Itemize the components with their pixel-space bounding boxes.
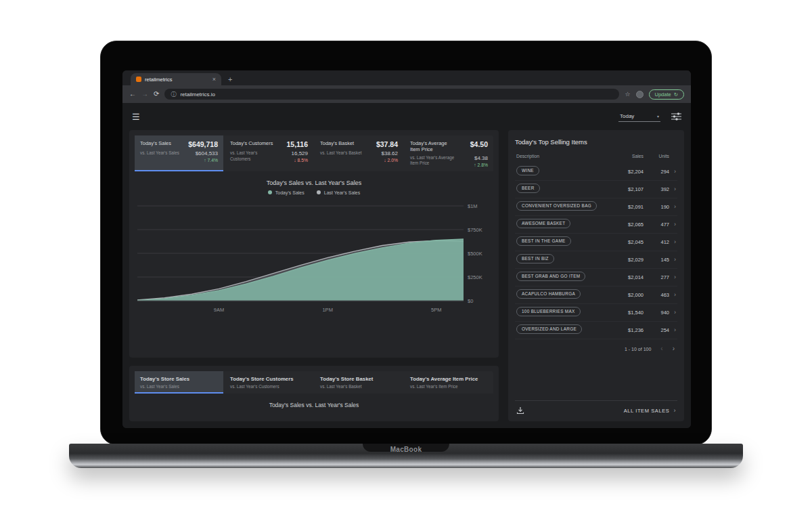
svg-text:$0: $0	[468, 297, 473, 303]
download-icon[interactable]	[516, 406, 524, 415]
items-pagination: 1 - 10 of 100 ‹ ›	[515, 339, 677, 356]
item-name-badge: AWESOME BASKET	[516, 219, 570, 228]
left-column: Today's Sales $649,718 vs. Last Year's S…	[129, 130, 499, 421]
browser-update-button[interactable]: Update ↻	[649, 89, 684, 100]
item-sales: $2,000	[612, 292, 644, 298]
items-table-header: Description Sales Units	[515, 154, 677, 163]
table-row[interactable]: AWESOME BASKET $2,065 477 ›	[515, 216, 677, 234]
svg-text:$1M: $1M	[468, 203, 478, 209]
item-units: 294	[644, 169, 669, 175]
kpi-subtitle: vs. Last Year's Customers	[230, 150, 275, 163]
chevron-right-icon: ›	[669, 257, 676, 263]
kpi-delta: ↓ 2.0%	[382, 158, 398, 163]
filter-sliders-icon[interactable]	[671, 112, 681, 121]
back-icon[interactable]: ←	[129, 91, 136, 98]
kpi-compare-value: $38.62	[382, 150, 398, 156]
page-prev-icon[interactable]: ‹	[660, 345, 662, 352]
item-units: 477	[644, 221, 669, 228]
forward-icon[interactable]: →	[141, 91, 148, 98]
kpi-subtitle: vs. Last Year's Basket	[320, 150, 361, 163]
table-row[interactable]: BEER $2,107 392 ›	[515, 181, 677, 198]
macbook-display: retailmetrics × + ← → ⟳ ⓘ retailmetrics.…	[122, 70, 691, 428]
kpi-cards: Today's Sales $649,718 vs. Last Year's S…	[135, 135, 493, 171]
table-row[interactable]: BEST IN BIZ $2,029 145 ›	[515, 251, 677, 269]
table-row[interactable]: BEST IN THE GAME $2,045 412 ›	[515, 234, 677, 251]
store-chart-title: Today's Sales vs. Last Year's Sales	[135, 402, 493, 408]
item-name-badge: WINE	[516, 166, 539, 175]
table-row[interactable]: OVERSIZED AND LARGE $1,236 254 ›	[515, 322, 677, 339]
table-row[interactable]: ACAPULCO HAMBURGA $2,000 463 ›	[515, 287, 677, 304]
tab-subtitle: vs. Last Year's Sales	[140, 384, 218, 389]
url-bar[interactable]: ⓘ retailmetrics.io	[164, 89, 619, 100]
store-metric-tab[interactable]: Today's Average Item Price vs. Last Year…	[405, 371, 493, 394]
url-text: retailmetrics.io	[180, 91, 215, 98]
store-metric-tab[interactable]: Today's Store Basket vs. Last Year's Bas…	[315, 371, 403, 394]
kpi-value: $37.84	[376, 140, 398, 148]
sales-area-chart: $0$250K$500K$750K$1M9AM1PM5PM	[135, 198, 493, 318]
new-tab-button[interactable]: +	[228, 75, 232, 85]
tab-title: Today's Store Customers	[230, 376, 308, 383]
store-metric-tab[interactable]: Today's Store Customers vs. Last Year's …	[225, 371, 313, 394]
kpi-card[interactable]: Today's Basket $37.84 vs. Last Year's Ba…	[315, 135, 403, 171]
svg-text:$500K: $500K	[468, 250, 482, 256]
chevron-right-icon: ›	[673, 407, 676, 414]
site-info-icon[interactable]: ⓘ	[171, 91, 176, 98]
item-name-badge: BEER	[516, 184, 540, 193]
legend-item[interactable]: Today's Sales	[268, 190, 304, 195]
col-description: Description	[516, 154, 612, 158]
store-metric-tabs: Today's Store Sales vs. Last Year's Sale…	[135, 371, 493, 394]
pagination-label: 1 - 10 of 100	[625, 347, 651, 352]
site-favicon-icon	[136, 77, 141, 82]
browser-tab-title: retailmetrics	[145, 77, 209, 83]
kpi-card[interactable]: Today's Sales $649,718 vs. Last Year's S…	[135, 135, 223, 171]
bookmark-star-icon[interactable]: ☆	[625, 91, 630, 98]
chevron-right-icon: ›	[669, 221, 676, 228]
table-row[interactable]: BEST GRAB AND GO ITEM $2,014 277 ›	[515, 269, 677, 287]
period-select[interactable]: Today ▾	[618, 112, 660, 122]
menu-hamburger-icon[interactable]: ☰	[132, 112, 140, 122]
chevron-down-icon: ▾	[657, 114, 659, 119]
svg-text:9AM: 9AM	[214, 307, 224, 313]
items-footer: ALL ITEM SALES ›	[515, 400, 677, 416]
period-select-value: Today	[620, 113, 634, 119]
tab-close-icon[interactable]: ×	[212, 77, 216, 83]
kpi-value: $649,718	[188, 140, 218, 148]
kpi-card[interactable]: Today's Average Item Price $4.50 vs. Las…	[405, 135, 493, 171]
col-units: Units	[644, 154, 669, 158]
browser-toolbar: ← → ⟳ ⓘ retailmetrics.io ☆ Update ↻	[122, 85, 691, 103]
page: retailmetrics × + ← → ⟳ ⓘ retailmetrics.…	[0, 0, 812, 508]
reload-icon[interactable]: ⟳	[154, 91, 159, 98]
browser-tab[interactable]: retailmetrics ×	[131, 73, 221, 85]
svg-text:$250K: $250K	[468, 274, 482, 280]
profile-avatar[interactable]	[636, 91, 644, 98]
item-name-badge: 100 BLUEBERRIES MAX	[516, 307, 581, 316]
item-units: 145	[644, 257, 669, 263]
kpi-subtitle: vs. Last Year's Sales	[140, 150, 179, 163]
tab-title: Today's Store Sales	[140, 376, 218, 383]
item-sales: $2,107	[612, 186, 644, 192]
kpi-compare-value: $604,533	[196, 150, 218, 156]
table-row[interactable]: 100 BLUEBERRIES MAX $1,540 940 ›	[515, 304, 677, 322]
table-row[interactable]: CONVENIENT OVERSIZED BAG $2,091 190 ›	[515, 198, 677, 216]
item-units: 412	[644, 239, 669, 245]
kpi-value: $4.50	[470, 140, 488, 153]
item-name-badge: BEST IN BIZ	[516, 254, 554, 263]
item-units: 254	[644, 327, 669, 333]
item-name-badge: ACAPULCO HAMBURGA	[516, 289, 581, 299]
tab-subtitle: vs. Last Year's Basket	[320, 384, 398, 389]
all-item-sales-link[interactable]: ALL ITEM SALES ›	[624, 407, 676, 414]
page-next-icon[interactable]: ›	[673, 345, 675, 352]
store-metrics-panel: Today's Store Sales vs. Last Year's Sale…	[129, 366, 499, 421]
sales-overview-panel: Today's Sales $649,718 vs. Last Year's S…	[129, 130, 499, 358]
item-sales: $1,236	[612, 327, 644, 333]
table-row[interactable]: WINE $2,204 294 ›	[515, 163, 677, 181]
item-sales: $1,540	[612, 310, 644, 316]
kpi-title: Today's Customers	[230, 140, 273, 148]
svg-text:5PM: 5PM	[431, 307, 441, 313]
tab-title: Today's Average Item Price	[410, 376, 488, 383]
chevron-right-icon: ›	[669, 292, 676, 298]
kpi-card[interactable]: Today's Customers 15,116 vs. Last Year's…	[225, 135, 313, 171]
legend-item[interactable]: Last Year's Sales	[317, 190, 360, 195]
legend-label: Last Year's Sales	[324, 190, 360, 195]
store-metric-tab[interactable]: Today's Store Sales vs. Last Year's Sale…	[135, 371, 223, 394]
